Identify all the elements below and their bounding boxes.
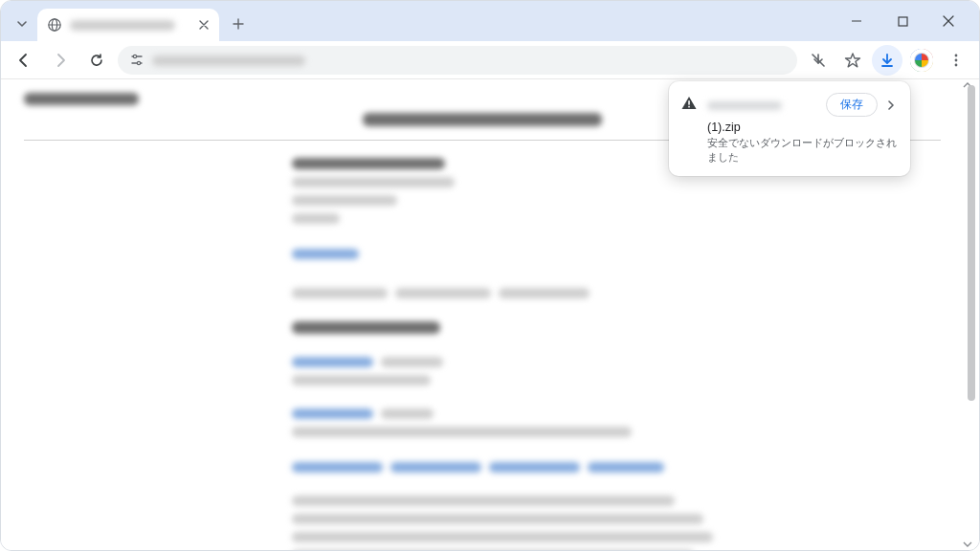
- menu-button[interactable]: [941, 45, 971, 76]
- profile-avatar[interactable]: [906, 45, 937, 76]
- avatar-icon: [910, 49, 933, 72]
- downloads-button[interactable]: [872, 45, 902, 76]
- scrollbar-thumb[interactable]: [968, 85, 975, 401]
- text-line: [499, 288, 590, 298]
- svg-point-13: [955, 54, 958, 56]
- text-line: [395, 288, 491, 298]
- text-line: [292, 158, 445, 169]
- reload-button[interactable]: [81, 45, 112, 76]
- download-source: [707, 99, 820, 112]
- svg-rect-16: [688, 100, 690, 104]
- tab-search-button[interactable]: [11, 12, 33, 35]
- back-button[interactable]: [9, 45, 39, 76]
- address-bar[interactable]: [118, 46, 797, 75]
- text-line: [292, 195, 397, 206]
- link[interactable]: [292, 462, 383, 473]
- window-close-button[interactable]: [933, 6, 964, 36]
- link[interactable]: [489, 462, 580, 473]
- browser-tab[interactable]: [37, 9, 219, 41]
- warning-icon: [680, 95, 698, 112]
- svg-rect-17: [688, 106, 690, 108]
- text-line: [292, 427, 632, 437]
- link[interactable]: [292, 408, 373, 419]
- scrollbar[interactable]: [966, 85, 975, 544]
- link[interactable]: [292, 249, 359, 259]
- text-line: [292, 213, 340, 224]
- svg-point-15: [955, 63, 958, 66]
- bookmark-button[interactable]: [837, 45, 868, 76]
- tab-strip: [1, 1, 979, 41]
- text-line: [292, 496, 675, 506]
- download-popup: 保存 (1).zip 安全でないダウンロードがブロックされました: [669, 81, 910, 176]
- browser-window: 保存 (1).zip 安全でないダウンロードがブロックされました: [0, 0, 980, 551]
- forward-button[interactable]: [45, 45, 76, 76]
- download-block-message: 安全でないダウンロードがブロックされました: [707, 136, 899, 165]
- toolbar: [1, 41, 979, 79]
- chevron-right-icon[interactable]: [883, 98, 899, 113]
- insecure-download-icon[interactable]: [803, 45, 834, 76]
- download-save-button[interactable]: 保存: [826, 93, 878, 117]
- text-line: [292, 532, 713, 542]
- text-line: [381, 408, 434, 419]
- tab-close-button[interactable]: [196, 17, 212, 33]
- scroll-down-icon[interactable]: [962, 539, 973, 550]
- svg-rect-4: [899, 17, 907, 26]
- text-line: [292, 288, 388, 298]
- window-controls: [841, 1, 973, 41]
- text-line: [292, 514, 703, 524]
- text-line: [292, 375, 431, 386]
- link[interactable]: [588, 462, 664, 473]
- link[interactable]: [390, 462, 481, 473]
- text-line: [292, 321, 440, 334]
- page-subheading: [363, 113, 602, 126]
- download-filename: (1).zip: [707, 121, 899, 134]
- globe-icon: [47, 17, 62, 33]
- tab-title: [70, 18, 196, 32]
- text-line: [292, 177, 455, 187]
- page-heading: [24, 93, 139, 105]
- svg-point-6: [133, 55, 136, 57]
- new-tab-button[interactable]: [225, 11, 252, 37]
- toolbar-right: [803, 45, 971, 76]
- link[interactable]: [292, 357, 373, 367]
- minimize-button[interactable]: [841, 6, 872, 36]
- svg-point-8: [137, 61, 140, 64]
- maximize-button[interactable]: [887, 6, 918, 36]
- address-bar-text: [152, 53, 305, 67]
- text-line: [381, 357, 443, 367]
- site-settings-icon[interactable]: [129, 53, 145, 68]
- svg-point-14: [955, 58, 958, 61]
